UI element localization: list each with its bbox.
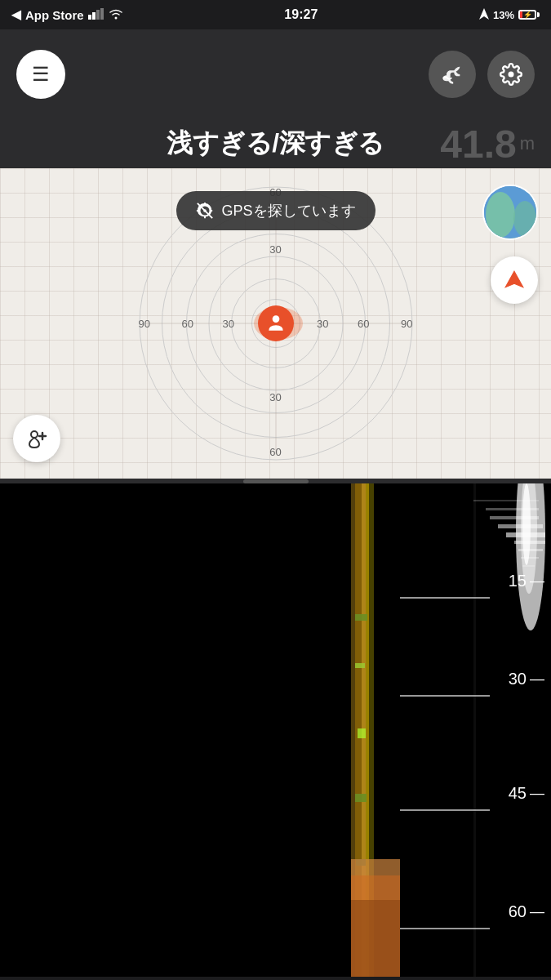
label-left30: 30 (223, 318, 234, 330)
add-location-icon (24, 426, 49, 451)
depth-value-45: 45 (509, 784, 527, 803)
time-display: 19:27 (284, 7, 318, 22)
depth-dash-30: — (530, 670, 544, 688)
label-right30: 30 (317, 318, 328, 330)
battery-icon: ⚡ (518, 10, 540, 20)
depth-value-30: 30 (509, 670, 527, 688)
depth-overlay: 41.8 m (440, 119, 535, 168)
svg-rect-42 (522, 565, 535, 567)
add-location-button[interactable] (13, 415, 60, 462)
depth-value: 41.8 (440, 122, 516, 167)
back-arrow: ◀ (11, 7, 21, 22)
status-right: 13% ⚡ (479, 8, 540, 22)
svg-point-10 (513, 201, 536, 237)
gear-icon (500, 63, 522, 86)
label-left60: 60 (182, 318, 193, 330)
location-icon (479, 8, 489, 22)
svg-rect-39 (514, 541, 545, 544)
depth-dash-15: — (530, 572, 544, 590)
sonar-visualization (0, 483, 551, 977)
svg-point-6 (272, 315, 279, 323)
svg-rect-38 (506, 532, 545, 537)
map-preview (484, 186, 538, 240)
depth-mark-45: 45 — (509, 784, 544, 803)
svg-rect-23 (358, 728, 366, 738)
svg-rect-3 (100, 8, 104, 20)
label-left90: 90 (139, 318, 150, 330)
svg-rect-34 (473, 500, 539, 501)
menu-button[interactable]: ☰ (16, 50, 65, 99)
svg-rect-40 (518, 549, 543, 551)
info-bar: 🌡 25.0 °C 💧 85 % 浅すぎる/深すぎる 41.8 m (0, 119, 551, 168)
depth-mark-15: 15 — (509, 572, 544, 590)
header: ☰ (0, 29, 551, 119)
svg-rect-29 (351, 900, 400, 977)
radar-section: 60 30 30 60 90 60 30 30 60 90 GPSを探しています (0, 168, 551, 479)
status-bar: ◀ App Store 19:27 13% (0, 0, 551, 29)
gps-off-icon (195, 202, 213, 220)
navigate-button[interactable] (491, 256, 538, 304)
divider-pill (243, 479, 309, 483)
depth-value-15: 15 (509, 572, 527, 590)
alert-banner: 浅すぎる/深すぎる 41.8 m (0, 119, 551, 168)
svg-rect-24 (355, 794, 367, 802)
gps-toast: GPSを探しています (176, 191, 375, 230)
status-left: ◀ App Store (11, 7, 123, 22)
depth-dash-45: — (530, 785, 544, 802)
depth-dash-60: — (530, 903, 544, 920)
svg-rect-0 (88, 15, 91, 20)
depth-unit: m (520, 133, 535, 154)
map-thumbnail[interactable] (482, 185, 538, 240)
signal-bars (88, 8, 104, 22)
label-right90: 90 (401, 318, 412, 330)
svg-point-4 (114, 16, 117, 19)
carrier-name: App Store (25, 8, 84, 22)
navigate-icon (504, 270, 525, 291)
battery-bolt: ⚡ (523, 11, 532, 19)
svg-rect-41 (521, 557, 539, 559)
gps-toast-text: GPSを探しています (221, 201, 355, 220)
svg-rect-30 (473, 483, 476, 977)
wifi-icon (109, 8, 123, 22)
settings-button[interactable] (487, 51, 535, 98)
map-thumb-inner (484, 186, 536, 238)
radar-center (258, 305, 294, 341)
svg-rect-2 (96, 10, 100, 20)
header-actions (429, 51, 535, 98)
svg-point-9 (486, 192, 515, 238)
sonar-section: 15 — 30 — 45 — 60 — (0, 483, 551, 977)
person-icon (265, 313, 287, 334)
fishing-button[interactable] (429, 51, 476, 98)
svg-rect-36 (490, 516, 539, 519)
svg-rect-35 (486, 508, 539, 510)
battery-percent: 13% (493, 9, 514, 21)
fishing-icon (441, 63, 464, 86)
svg-rect-37 (498, 524, 543, 528)
alert-text: 浅すぎる/深すぎる (167, 126, 384, 162)
label-top30: 30 (269, 243, 281, 256)
depth-mark-30: 30 — (509, 670, 544, 688)
hamburger-icon: ☰ (32, 63, 50, 86)
label-right60: 60 (358, 318, 369, 330)
label-bot60: 60 (269, 446, 281, 458)
depth-mark-60: 60 — (509, 902, 544, 921)
label-bot30: 30 (269, 391, 281, 403)
svg-rect-22 (355, 663, 365, 668)
svg-point-5 (509, 72, 514, 78)
depth-value-60: 60 (509, 902, 527, 921)
svg-rect-21 (355, 614, 367, 621)
svg-rect-1 (92, 12, 96, 20)
